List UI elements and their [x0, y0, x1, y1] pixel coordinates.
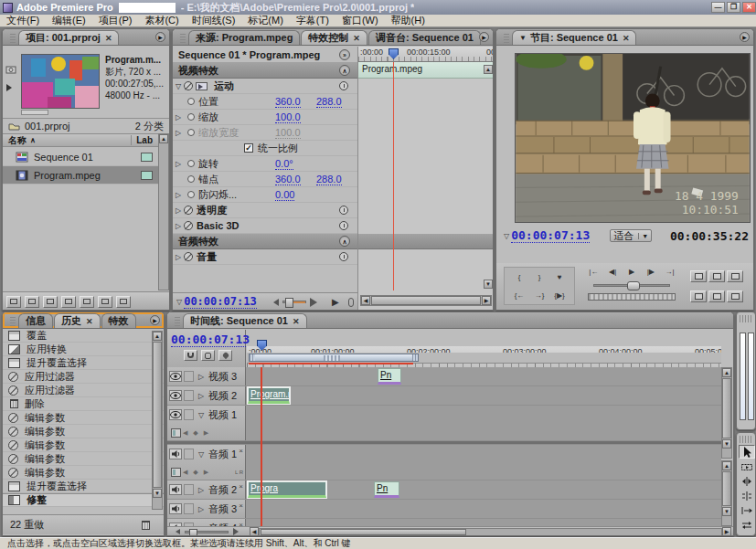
label-color-swatch[interactable] — [141, 171, 153, 180]
effects-h-scrollbar[interactable]: ◀ ▶ — [360, 295, 492, 306]
expander-icon[interactable]: ▷ — [173, 160, 184, 168]
stopwatch-icon[interactable] — [339, 206, 348, 215]
panel-gripper[interactable] — [10, 34, 16, 43]
clip-pn[interactable]: Pn — [378, 368, 401, 385]
expander-icon[interactable]: ▷ — [173, 222, 184, 230]
track-expander-icon[interactable]: ▷ — [196, 486, 207, 494]
track-lane-video-2[interactable] — [246, 406, 721, 440]
rate-stretch-tool[interactable] — [739, 503, 755, 517]
toggle-track-output-icon[interactable] — [169, 371, 182, 382]
column-headers[interactable]: 名称 ∧ Lab — [3, 133, 158, 147]
menu-item-6[interactable]: 字幕(T) — [290, 14, 335, 27]
play-in-to-out-button[interactable]: {▶} — [550, 290, 569, 301]
rolling-edit-tool[interactable] — [739, 489, 755, 502]
scroll-down-icon[interactable]: ▼ — [153, 489, 162, 498]
clear-icon[interactable] — [116, 296, 131, 308]
go-to-in-button[interactable]: {← — [510, 290, 528, 301]
track-lane-audio-1[interactable]: PrograPn — [246, 480, 721, 499]
play-effect-icon[interactable]: ▶ — [332, 297, 339, 307]
tab-effects-1[interactable]: 特效控制✕ — [301, 30, 367, 45]
history-item-9[interactable]: 编辑参数 — [3, 452, 164, 466]
step-back-button[interactable]: ◀| — [604, 266, 622, 278]
toggle-animation-icon[interactable] — [187, 113, 195, 121]
zoom-out-icon[interactable] — [270, 299, 279, 306]
audio-tracks-scrollbar[interactable]: ▲ ▼ — [721, 460, 732, 526]
history-item-12[interactable]: 修整 — [3, 493, 164, 507]
set-display-style-icon[interactable] — [171, 468, 181, 477]
tab-program-monitor[interactable]: ▼节目: Sequence 01✕ — [512, 30, 636, 45]
keyframe-nav-icons[interactable]: ◀ ◆ ▶ — [183, 429, 210, 437]
shuttle-handle[interactable] — [627, 281, 640, 290]
scroll-up-icon[interactable]: ▲ — [484, 65, 493, 74]
param-value[interactable]: 100.0 — [275, 127, 301, 139]
work-area-bar[interactable] — [249, 354, 419, 362]
tab-project[interactable]: 项目: 001.prproj✕ — [18, 30, 119, 45]
track-header-audio-2[interactable]: ▷音频 3× — [167, 500, 246, 518]
track-lane-audio-2[interactable] — [246, 500, 721, 518]
minimize-button[interactable]: — — [711, 2, 725, 13]
toggle-animation-icon[interactable] — [187, 98, 195, 105]
effect-row-1-0[interactable]: ▷音量 — [173, 249, 357, 265]
param-value[interactable]: 360.0 — [275, 96, 301, 108]
track-header-video-0[interactable]: ▷视频 3 — [167, 367, 246, 385]
video-audio-divider[interactable] — [167, 441, 721, 444]
expander-icon[interactable]: ▷ — [173, 253, 184, 261]
set-display-style-icon[interactable] — [171, 428, 181, 438]
track-lane-audio-0[interactable] — [246, 445, 721, 480]
trim-in-icon[interactable] — [690, 290, 707, 302]
scrollbar-thumb[interactable] — [261, 529, 466, 535]
tab-history-2[interactable]: 特效 — [101, 313, 136, 328]
close-icon[interactable]: ✕ — [353, 35, 360, 42]
project-item-1[interactable]: Program.mpeg — [3, 166, 158, 185]
expander-icon[interactable]: ▷ — [173, 113, 184, 121]
tab-effects-0[interactable]: 来源: Program.mpeg — [188, 30, 300, 45]
output-icon[interactable] — [727, 270, 743, 282]
history-item-8[interactable]: 编辑参数 — [3, 438, 164, 452]
set-out-point-button[interactable]: } — [530, 271, 548, 283]
zoom-slider-thumb[interactable] — [285, 298, 293, 308]
effect-row-0-6[interactable]: 锚点360.0288.0 — [173, 172, 357, 187]
video-tracks-scrollbar[interactable]: ▲ ▼ — [721, 367, 732, 459]
toggle-animation-icon[interactable] — [187, 175, 195, 183]
stopwatch-icon[interactable] — [339, 221, 348, 230]
work-area-right-handle[interactable] — [412, 354, 418, 361]
effect-row-0-0[interactable]: ▽运动 — [173, 79, 357, 94]
collapse-section-icon[interactable]: ∧ — [339, 236, 350, 247]
title-bar[interactable]: Adobe Premiere Pro - E:\我的文档\Adobe\Premi… — [0, 0, 756, 15]
encore-marker-icon[interactable] — [201, 350, 215, 361]
effects-mini-ruler[interactable]: :00:0000:00:15:0000: — [358, 47, 494, 62]
keyframe-nav-icons[interactable]: ◀ ◆ ▶ — [183, 469, 210, 476]
set-in-point-button[interactable]: { — [510, 271, 528, 283]
toggle-track-mute-icon[interactable] — [169, 503, 182, 514]
trim-play-icon[interactable] — [708, 290, 725, 302]
effect-row-0-3[interactable]: ▷缩放宽度100.0 — [173, 125, 357, 141]
menu-item-1[interactable]: 编辑(E) — [46, 14, 92, 27]
timeline-h-scrollbar[interactable] — [259, 528, 722, 536]
bin-up-icon[interactable] — [8, 121, 20, 131]
zoom-level-dropdown[interactable]: 适合 ▼ — [610, 229, 652, 242]
param-value[interactable]: 0.00 — [275, 189, 294, 201]
effects-clip-bar[interactable]: Program.mpeg — [358, 62, 494, 79]
track-select-tool[interactable] — [739, 459, 755, 473]
go-previous-edit-button[interactable]: |← — [585, 266, 602, 278]
scroll-up-icon[interactable]: ▲ — [153, 332, 162, 341]
history-item-0[interactable]: 覆盖 — [3, 329, 164, 343]
new-item-icon[interactable] — [98, 296, 112, 308]
panel-gripper[interactable] — [740, 315, 752, 322]
expander-icon[interactable]: ▷ — [173, 191, 184, 199]
tab-timeline[interactable]: 时间线: Sequence 01✕ — [183, 313, 307, 328]
track-lock-toggle[interactable] — [184, 371, 194, 382]
track-expander-icon[interactable]: ▽ — [196, 411, 207, 419]
list-view-icon[interactable] — [6, 296, 21, 308]
clip-program.n[interactable]: Program.n — [248, 387, 290, 404]
expander-icon[interactable]: ▽ — [173, 82, 184, 90]
history-item-1[interactable]: 应用转换 — [3, 343, 164, 356]
effect-row-0-1[interactable]: 位置360.0288.0 — [173, 94, 357, 110]
expander-icon[interactable]: ▷ — [173, 206, 184, 215]
menu-item-7[interactable]: 窗口(W) — [335, 14, 385, 27]
label-color-swatch[interactable] — [141, 153, 153, 162]
effects-section-header-1[interactable]: 音频特效∧ — [173, 234, 357, 249]
history-item-7[interactable]: 编辑参数 — [3, 425, 164, 438]
export-frame-icon[interactable] — [690, 270, 707, 282]
close-icon[interactable]: ✕ — [105, 35, 112, 42]
